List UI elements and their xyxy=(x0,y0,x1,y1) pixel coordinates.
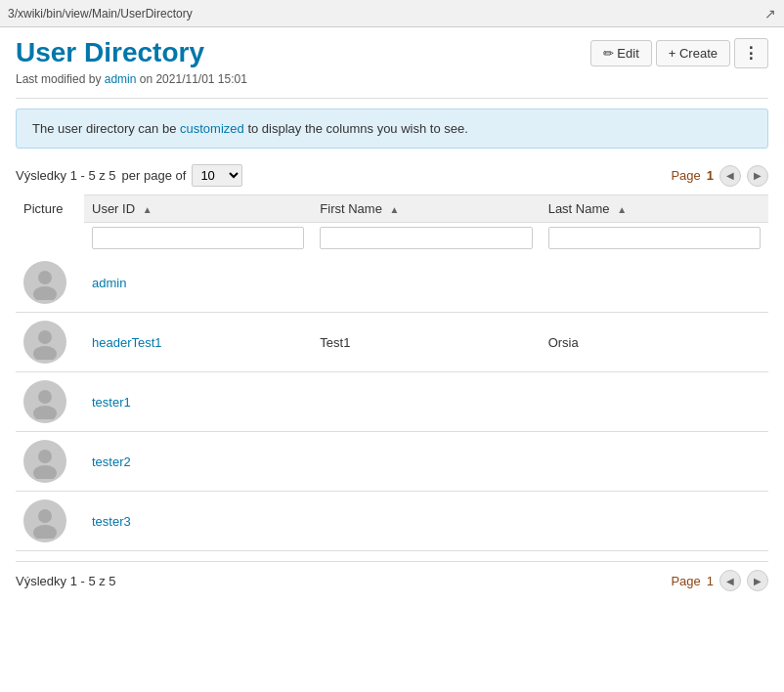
avatar-cell xyxy=(16,313,84,372)
first-name-cell xyxy=(312,492,540,551)
table-row: admin xyxy=(16,253,768,313)
browser-bar: 3/xwiki/bin/view/Main/UserDirectory ↗ xyxy=(0,0,784,27)
svg-point-7 xyxy=(33,465,57,479)
user-id-link[interactable]: tester3 xyxy=(92,514,131,529)
results-bar-top: Výsledky 1 - 5 z 5 per page of 10 5 20 5… xyxy=(16,164,768,187)
per-page-label: per page of xyxy=(122,168,187,183)
filter-row xyxy=(16,223,768,254)
customized-link[interactable]: customized xyxy=(180,121,244,136)
svg-point-6 xyxy=(38,450,52,463)
table-row: tester3 xyxy=(16,492,768,551)
results-count-top: Výsledky 1 - 5 z 5 xyxy=(16,168,116,183)
svg-point-3 xyxy=(33,346,57,360)
col-first-name[interactable]: First Name ▲ xyxy=(312,195,540,223)
svg-point-0 xyxy=(38,271,52,284)
filter-lastname-input[interactable] xyxy=(548,227,761,249)
col-user-id-label: User ID xyxy=(92,201,135,216)
table-row: tester2 xyxy=(16,432,768,492)
svg-point-1 xyxy=(33,286,57,300)
results-count-bottom: Výsledky 1 - 5 z 5 xyxy=(16,574,116,588)
browser-url: 3/xwiki/bin/view/Main/UserDirectory xyxy=(8,7,764,21)
results-right-bottom: Page 1 ◀ ▶ xyxy=(671,570,768,591)
user-id-cell: headerTest1 xyxy=(84,313,312,372)
page-num-bottom: 1 xyxy=(707,574,714,588)
svg-point-9 xyxy=(33,525,57,539)
col-picture: Picture xyxy=(16,195,84,223)
filter-lastname-cell xyxy=(541,223,768,254)
avatar-cell xyxy=(16,432,84,492)
share-icon[interactable]: ↗ xyxy=(764,6,776,22)
page-label-bottom: Page xyxy=(671,574,700,588)
svg-point-5 xyxy=(33,406,57,419)
col-first-name-label: First Name xyxy=(320,201,382,216)
edit-button[interactable]: ✏ Edit xyxy=(590,40,652,66)
per-page-select[interactable]: 10 5 20 50 100 xyxy=(192,164,242,187)
col-last-name[interactable]: Last Name ▲ xyxy=(541,195,768,223)
user-table: Picture User ID ▲ First Name ▲ Last Name… xyxy=(16,195,768,551)
next-page-button-top[interactable]: ▶ xyxy=(747,165,768,187)
col-last-name-sort: ▲ xyxy=(617,204,627,215)
admin-link[interactable]: admin xyxy=(105,72,137,86)
info-text-after: to display the columns you wish to see. xyxy=(244,121,468,136)
col-first-name-sort: ▲ xyxy=(390,204,400,215)
last-name-cell: Orsia xyxy=(541,313,768,372)
user-id-link[interactable]: admin xyxy=(92,276,126,290)
last-name-cell xyxy=(541,372,768,432)
avatar xyxy=(23,261,66,304)
table-body: admin headerTest1Test1Orsia tester1 xyxy=(16,253,768,551)
user-id-link[interactable]: tester1 xyxy=(92,395,131,410)
create-button[interactable]: + Create xyxy=(656,40,730,66)
user-id-link[interactable]: tester2 xyxy=(92,454,131,469)
avatar-cell xyxy=(16,492,84,551)
last-name-cell xyxy=(541,432,768,492)
table-row: tester1 xyxy=(16,372,768,432)
svg-point-4 xyxy=(38,390,52,404)
avatar-cell xyxy=(16,253,84,313)
page-num-top: 1 xyxy=(707,168,714,183)
results-left: Výsledky 1 - 5 z 5 per page of 10 5 20 5… xyxy=(16,164,242,187)
user-id-cell: tester1 xyxy=(84,372,312,432)
next-page-button-bottom[interactable]: ▶ xyxy=(747,570,768,591)
first-name-cell xyxy=(312,253,540,313)
results-bar-bottom: Výsledky 1 - 5 z 5 Page 1 ◀ ▶ xyxy=(16,561,768,591)
separator xyxy=(16,98,768,99)
info-text-before: The user directory can be xyxy=(32,121,180,136)
first-name-cell xyxy=(312,432,540,492)
avatar xyxy=(23,321,66,364)
last-modified: Last modified by admin on 2021/11/01 15:… xyxy=(16,72,768,86)
svg-point-2 xyxy=(38,330,52,344)
results-right-top: Page 1 ◀ ▶ xyxy=(671,165,768,187)
col-user-id[interactable]: User ID ▲ xyxy=(84,195,312,223)
table-header-row: Picture User ID ▲ First Name ▲ Last Name… xyxy=(16,195,768,223)
page-header: User Directory ✏ Edit + Create ⋮ xyxy=(16,37,768,68)
user-id-cell: tester2 xyxy=(84,432,312,492)
last-modified-text: Last modified by xyxy=(16,72,101,86)
avatar xyxy=(23,380,66,423)
more-button[interactable]: ⋮ xyxy=(734,38,768,68)
table-row: headerTest1Test1Orsia xyxy=(16,313,768,372)
avatar xyxy=(23,499,66,542)
page-content: User Directory ✏ Edit + Create ⋮ Last mo… xyxy=(0,27,784,601)
prev-page-button-top[interactable]: ◀ xyxy=(719,165,741,187)
page-title: User Directory xyxy=(16,37,204,68)
col-user-id-sort: ▲ xyxy=(143,204,152,215)
first-name-cell xyxy=(312,372,540,432)
filter-firstname-cell xyxy=(312,223,540,254)
col-last-name-label: Last Name xyxy=(548,201,610,216)
svg-point-8 xyxy=(38,509,52,523)
modified-date: on 2021/11/01 15:01 xyxy=(140,72,247,86)
filter-userid-cell xyxy=(84,223,312,254)
filter-userid-input[interactable] xyxy=(92,227,304,249)
header-actions: ✏ Edit + Create ⋮ xyxy=(590,38,768,68)
col-picture-label: Picture xyxy=(23,201,63,216)
prev-page-button-bottom[interactable]: ◀ xyxy=(719,570,741,591)
filter-picture-cell xyxy=(16,223,84,254)
user-id-link[interactable]: headerTest1 xyxy=(92,335,162,350)
info-box: The user directory can be customized to … xyxy=(16,108,768,149)
user-id-cell: tester3 xyxy=(84,492,312,551)
page-label-top: Page xyxy=(671,168,700,183)
filter-firstname-input[interactable] xyxy=(320,227,532,249)
last-name-cell xyxy=(541,253,768,313)
avatar-cell xyxy=(16,372,84,432)
user-id-cell: admin xyxy=(84,253,312,313)
